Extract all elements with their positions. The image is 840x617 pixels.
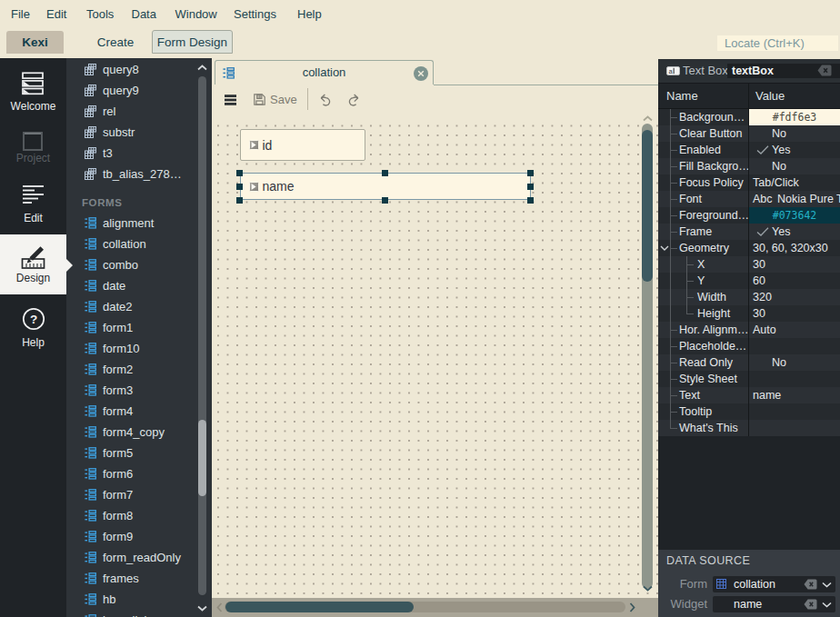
navigator-scrollbar-track[interactable] — [198, 76, 206, 595]
navigator-item-rel[interactable]: rel — [66, 101, 194, 122]
resize-handle[interactable] — [382, 197, 388, 204]
property-name: Foreground… — [679, 207, 749, 224]
menu-window[interactable]: Window — [175, 0, 217, 28]
property-row-clear-button[interactable]: Clear ButtonNo — [658, 125, 840, 142]
navigator-item-collation[interactable]: collation — [66, 234, 194, 254]
navigator-item-form7[interactable]: form7 — [66, 484, 194, 505]
navigator-scrollbar-thumb[interactable] — [198, 420, 206, 496]
textbox-widget-id[interactable]: id — [240, 129, 365, 161]
form-data-source-combo[interactable]: collation — [713, 576, 835, 592]
resize-handle[interactable] — [236, 170, 243, 176]
navigator-item-form3[interactable]: form3 — [66, 380, 194, 401]
tab-form-design[interactable]: Form Design — [152, 30, 233, 54]
redo-icon[interactable] — [348, 94, 359, 106]
canvas-scroll-right-icon[interactable] — [629, 602, 635, 612]
navigator-item-form4-copy[interactable]: form4_copy — [66, 422, 194, 443]
navigator-item-hyperlink[interactable]: hyperlink — [66, 610, 194, 617]
property-row-geometry[interactable]: Geometry30, 60, 320x30 — [658, 240, 840, 256]
resize-handle[interactable] — [527, 197, 534, 204]
navigator-item-combo[interactable]: combo — [66, 254, 194, 275]
tab-create[interactable]: Create — [80, 31, 151, 54]
property-row-foreground-[interactable]: Foreground…#073642 — [658, 207, 840, 224]
navigator-item-form5[interactable]: form5 — [66, 443, 194, 463]
tree-line — [670, 305, 671, 322]
menu-tools[interactable]: Tools — [86, 0, 114, 28]
save-button[interactable]: Save — [254, 88, 297, 111]
property-row-style-sheet[interactable]: Style Sheet — [658, 371, 840, 387]
navigator-item-form1[interactable]: form1 — [66, 317, 194, 338]
property-value: No — [772, 125, 786, 142]
design-canvas[interactable]: id name — [212, 118, 658, 598]
canvas-scroll-up-icon[interactable] — [643, 115, 653, 122]
navigator-item-form10[interactable]: form10 — [66, 338, 194, 359]
save-floppy-icon — [254, 94, 265, 105]
resize-handle[interactable] — [236, 184, 243, 190]
form-icon — [85, 572, 96, 584]
navigator-item-date2[interactable]: date2 — [66, 296, 194, 317]
collapse-chevron-icon[interactable] — [660, 245, 669, 251]
navigator-item-form6[interactable]: form6 — [66, 463, 194, 484]
navigator-item-t3[interactable]: t3 — [66, 143, 194, 164]
navigator-item-tb-alias-278-[interactable]: tb_alias_278… — [66, 164, 194, 184]
property-row-enabled[interactable]: EnabledYes — [658, 142, 840, 158]
property-row-hor-alignm-[interactable]: Hor. Alignm…Auto — [658, 322, 840, 338]
close-tab-icon[interactable] — [414, 66, 428, 81]
clear-combo-icon[interactable] — [804, 599, 817, 610]
property-row-text[interactable]: Textname — [658, 387, 840, 403]
undo-icon[interactable] — [320, 94, 331, 106]
document-tab-collation[interactable]: collation — [215, 60, 434, 85]
navigator-item-form9[interactable]: form9 — [66, 526, 194, 547]
canvas-hscrollbar-thumb[interactable] — [225, 602, 414, 612]
navigator-item-date[interactable]: date — [66, 275, 194, 296]
resize-handle[interactable] — [382, 170, 388, 176]
property-row-tooltip[interactable]: Tooltip — [658, 403, 840, 420]
menu-edit[interactable]: Edit — [46, 0, 66, 28]
navigator-item-hb[interactable]: hb — [66, 589, 194, 610]
sidebar-item-design[interactable]: Design — [0, 234, 66, 294]
property-row-what-s-this[interactable]: What's This — [658, 420, 840, 436]
menu-file[interactable]: File — [11, 0, 30, 28]
property-row-backgroun-[interactable]: Backgroun…#fdf6e3 — [658, 109, 840, 125]
navigator-item-substr[interactable]: substr — [66, 122, 194, 143]
navigator-item-query8[interactable]: query8 — [66, 59, 194, 80]
textbox-widget-name[interactable]: name — [240, 173, 531, 200]
navigator-item-alignment[interactable]: alignment — [66, 213, 194, 234]
column-divider[interactable] — [748, 84, 749, 436]
property-row-focus-policy[interactable]: Focus PolicyTab/Click — [658, 174, 840, 191]
locate-search-input[interactable]: Locate (Ctrl+K) — [717, 35, 838, 51]
navigator-item-form8[interactable]: form8 — [66, 505, 194, 526]
property-row-read-only[interactable]: Read OnlyNo — [658, 354, 840, 371]
navigator-item-form4[interactable]: form4 — [66, 401, 194, 422]
resize-handle[interactable] — [527, 184, 534, 190]
navigator-item-form2[interactable]: form2 — [66, 359, 194, 380]
navigator-item-query9[interactable]: query9 — [66, 80, 194, 101]
clear-combo-icon[interactable] — [804, 579, 817, 590]
canvas-vscrollbar-thumb[interactable] — [642, 130, 653, 282]
property-row-fill-backgro-[interactable]: Fill Backgro…No — [658, 158, 840, 174]
property-row-frame[interactable]: FrameYes — [658, 224, 840, 240]
tab-kexi[interactable]: Kexi — [6, 31, 64, 54]
property-row-height[interactable]: Height30 — [658, 305, 840, 322]
canvas-scroll-down-icon[interactable] — [643, 585, 653, 592]
property-row-width[interactable]: Width320 — [658, 289, 840, 305]
menu-hamburger-icon[interactable] — [225, 95, 236, 105]
menu-settings[interactable]: Settings — [234, 0, 276, 28]
property-row-x[interactable]: X30 — [658, 256, 840, 273]
navigator-item-form-readonly[interactable]: form_readOnly — [66, 547, 194, 568]
scroll-down-icon[interactable] — [197, 605, 207, 612]
canvas-scroll-left-icon[interactable] — [216, 602, 223, 612]
navigator-item-frames[interactable]: frames — [66, 568, 194, 589]
scroll-up-icon[interactable] — [197, 65, 207, 71]
property-row-font[interactable]: FontAbcNokia Pure Tex — [658, 191, 840, 207]
property-row-y[interactable]: Y60 — [658, 273, 840, 289]
color-value-cell[interactable]: #fdf6e3 — [749, 109, 840, 125]
tree-line — [670, 232, 677, 233]
color-value-cell[interactable]: #073642 — [749, 207, 840, 224]
resize-handle[interactable] — [527, 170, 534, 176]
menu-help[interactable]: Help — [297, 0, 322, 28]
widget-data-source-combo[interactable]: name — [713, 596, 835, 612]
menu-data[interactable]: Data — [132, 0, 156, 28]
clear-name-icon[interactable] — [817, 65, 832, 76]
resize-handle[interactable] — [236, 197, 243, 204]
property-row-placeholde-[interactable]: Placeholde… — [658, 338, 840, 354]
